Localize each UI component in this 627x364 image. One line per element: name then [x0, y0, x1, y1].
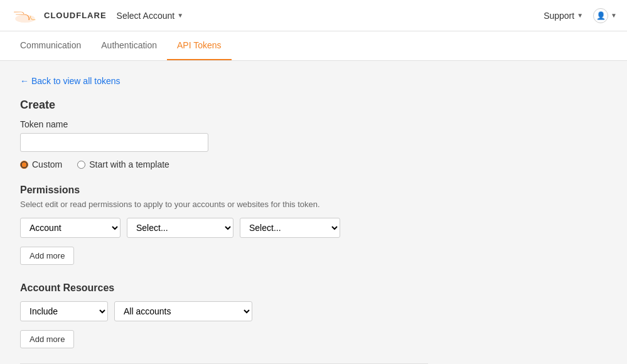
permissions-value-select[interactable]: Select...	[240, 218, 340, 238]
main-content: ← Back to view all tokens Create Token n…	[0, 61, 565, 364]
back-to-tokens-link[interactable]: ← Back to view all tokens	[20, 76, 121, 86]
include-select[interactable]: Include Exclude	[20, 301, 108, 321]
custom-radio-text: Custom	[32, 159, 62, 169]
account-resources-title: Account Resources	[20, 282, 545, 294]
select-account-chevron-icon: ▼	[177, 12, 183, 19]
permissions-title: Permissions	[20, 185, 545, 196]
tab-authentication[interactable]: Authentication	[91, 31, 167, 60]
accounts-select[interactable]: All accounts	[114, 301, 252, 321]
navbar-right: Support ▼ 👤 ▼	[544, 8, 617, 23]
permissions-row: Account Zone User Select... Select...	[20, 218, 545, 238]
svg-point-0	[15, 14, 35, 23]
custom-radio-label[interactable]: Custom	[20, 159, 62, 169]
navbar-left: CLOUDFLARE Select Account ▼	[10, 6, 183, 25]
template-radio-input[interactable]	[77, 161, 85, 169]
token-type-radio-group: Custom Start with a template	[20, 159, 545, 169]
logo-text: CLOUDFLARE	[44, 11, 107, 20]
token-name-input[interactable]	[20, 133, 208, 152]
tab-communication[interactable]: Communication	[10, 31, 91, 60]
tab-bar: Communication Authentication API Tokens	[0, 31, 627, 61]
user-icon: 👤	[596, 11, 606, 20]
create-section: Create Token name Custom Start with a te…	[20, 99, 545, 169]
support-label: Support	[544, 11, 574, 21]
user-chevron-icon: ▼	[611, 12, 617, 19]
select-account-button[interactable]: Select Account ▼	[117, 11, 184, 21]
support-button[interactable]: Support ▼	[544, 11, 583, 21]
custom-radio-input[interactable]	[20, 161, 28, 169]
support-chevron-icon: ▼	[577, 12, 583, 19]
user-account-button[interactable]: 👤 ▼	[593, 8, 617, 23]
cloudflare-flame-icon	[10, 6, 40, 25]
create-title: Create	[20, 99, 545, 112]
add-more-resources-button[interactable]: Add more	[20, 330, 74, 348]
user-avatar: 👤	[593, 8, 608, 23]
template-radio-text: Start with a template	[89, 159, 169, 169]
tab-api-tokens[interactable]: API Tokens	[167, 31, 232, 60]
add-more-permissions-button[interactable]: Add more	[20, 247, 74, 265]
permissions-section: Permissions Select edit or read permissi…	[20, 185, 545, 265]
select-account-label: Select Account	[117, 11, 175, 21]
permissions-type-select[interactable]: Account Zone User	[20, 218, 121, 238]
template-radio-label[interactable]: Start with a template	[77, 159, 169, 169]
navbar: CLOUDFLARE Select Account ▼ Support ▼ 👤 …	[0, 0, 627, 31]
account-resources-section: Account Resources Include Exclude All ac…	[20, 282, 545, 348]
token-name-label: Token name	[20, 119, 545, 129]
permissions-action-select[interactable]: Select...	[127, 218, 233, 238]
resources-row: Include Exclude All accounts	[20, 301, 545, 321]
cloudflare-logo: CLOUDFLARE	[10, 6, 107, 25]
permissions-desc: Select edit or read permissions to apply…	[20, 200, 545, 209]
